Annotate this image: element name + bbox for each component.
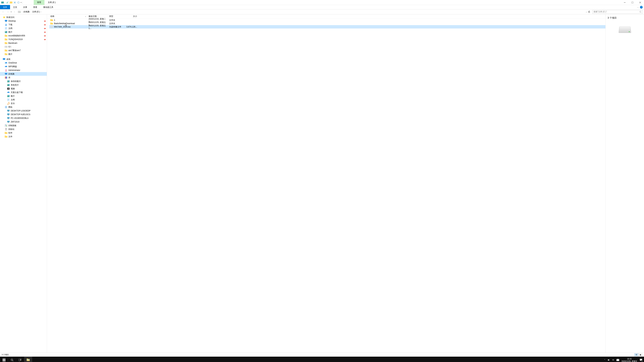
start-button[interactable] [0,357,8,362]
svg-rect-42 [7,110,10,111]
clock[interactable]: 16:32 2020/12/25, 星期五 [622,358,637,362]
header-type[interactable]: 类型 [108,15,125,18]
file-row[interactable]: Win7x64_2020.iso2020/12/25, 星期五 1...光盘映像… [49,25,606,28]
nav-item[interactable]: Bandicam [0,41,47,45]
close-button[interactable] [636,0,644,5]
svg-rect-27 [6,75,6,75]
nav-item[interactable]: OneDrive [0,61,47,65]
settings-icon[interactable] [17,1,20,4]
nav-item[interactable]: ZMT2019 [0,120,47,124]
search-button[interactable] [8,357,16,362]
ime-indicator[interactable]: 中 [612,359,614,361]
nav-item[interactable]: 天翼云盘下载 [0,90,47,94]
nav-item[interactable]: Administrator [0,68,47,72]
crumb-this-pc[interactable]: 此电脑 [23,10,30,13]
nav-item[interactable]: 网络 [0,105,47,109]
nav-item-label: 回收站 [8,128,14,131]
svg-rect-70 [21,359,21,360]
nav-item[interactable]: 库 [0,76,47,79]
view-icons-button[interactable]: ▦ [638,353,642,356]
header-name[interactable]: 名称▴ [49,15,88,18]
nav-desktop-section[interactable]: 桌面 [0,57,47,61]
nav-item[interactable]: 保存的图片 [0,79,47,83]
drive-icon [18,10,21,13]
tab-share[interactable]: 共享 [20,5,30,9]
forward-button[interactable]: → [6,10,10,14]
file-list: 名称▴ 修改日期 类型 大小 12020/12/15, 星期二 1...文件夹B… [47,14,606,353]
network-icon [5,106,8,108]
mail-icon[interactable] [616,359,619,361]
nav-item-label: Administrator [8,69,20,71]
svg-rect-55 [5,132,6,132]
nav-item[interactable]: 本机照片 [0,83,47,87]
task-view-button[interactable] [16,357,24,362]
nav-item[interactable]: G:\ [0,45,47,49]
address-dropdown-icon[interactable]: ⌄ [586,11,587,13]
nav-item[interactable]: 音乐 [0,102,47,105]
nav-item[interactable]: 文档 [0,98,47,102]
history-dropdown-icon[interactable]: ▾ [11,11,12,13]
tab-file[interactable]: 文件 [0,5,10,9]
view-details-button[interactable]: ☰ [634,353,638,356]
tab-view[interactable]: 查看 [30,5,40,9]
svg-rect-26 [5,73,7,74]
recycle-icon [5,128,8,131]
minimize-button[interactable] [621,0,628,5]
crumb-drive[interactable]: 文档 (E:) [32,10,41,13]
nav-item[interactable]: DESKTOP-NJEU3CG [0,113,47,116]
header-size[interactable]: 大小 [125,15,139,18]
nav-item[interactable]: WPS网盘 [0,65,47,68]
file-type: 光盘映像文件 [108,25,125,28]
nav-item[interactable]: 软件 [0,131,47,135]
volume-icon[interactable] [608,359,610,361]
file-rows[interactable]: 12020/12/15, 星期二 1...文件夹BaiduNetdiskDown… [47,18,606,28]
nav-item[interactable]: 图片📌 [0,30,47,34]
back-button[interactable]: ← [1,10,5,14]
tray-chevron-icon[interactable]: ˄ [604,359,605,361]
nav-item-label: PC-20190530OBLA [11,117,28,119]
qat-dropdown-icon[interactable]: ▾ [21,1,22,3]
help-icon[interactable]: ? [640,6,643,8]
properties-icon[interactable] [6,1,9,4]
new-folder-icon[interactable] [10,1,12,4]
maximize-button[interactable] [628,0,636,5]
nav-item[interactable]: 图片 [0,52,47,56]
ribbon-expand-icon[interactable]: ⌄ [637,6,639,8]
folder-icon [50,22,53,25]
action-center-icon[interactable]: 3 [640,359,642,361]
search-input[interactable]: 搜索"文档 (E:)" [592,10,643,14]
nav-item[interactable]: DESKTOP-LSSOEDP [0,109,47,113]
nav-item[interactable]: 文档📌 [0,26,47,30]
nav-item[interactable]: 回收站 [0,127,47,131]
nav-item[interactable]: 控制面板 [0,124,47,127]
nav-item[interactable]: 下载📌 [0,23,47,26]
explorer-taskbar-button[interactable] [24,357,32,362]
nav-quick-access[interactable]: ⭐ 快速访问 [0,15,47,19]
taskbar: ˄ 中 16:32 2020/12/25, 星期五 3 [0,357,644,362]
svg-rect-3 [632,2,633,3]
file-row[interactable]: BaiduNetdiskDownload2020/12/25, 星期五 1...… [49,22,606,25]
explorer-window: | ▾ | 管理 文档 (E:) 文件 主页 共享 查看 驱动器工具 ⌄ ? ← [0,0,644,357]
nav-item[interactable]: win7重装win7 [0,49,47,52]
drive-thumbnail-icon [618,26,631,33]
nav-pane[interactable]: ⭐ 快速访问 Desktop📌下载📌文档📌图片📌excel表格制作求和📌YUNQ… [0,14,47,353]
nav-item[interactable]: 文件 [0,135,47,138]
tab-drive-tools[interactable]: 驱动器工具 [40,5,56,9]
refresh-icon[interactable] [588,11,590,13]
breadcrumb[interactable]: › 此电脑 › 文档 (E:) › [17,10,585,14]
nav-item[interactable]: 图片 [0,94,47,98]
nav-item[interactable]: YUNQISHI2019📌 [0,37,47,41]
nav-item[interactable]: excel表格制作求和📌 [0,34,47,37]
contextual-tab[interactable]: 管理 [34,0,44,5]
folder-brand-icon [5,38,8,41]
tab-home[interactable]: 主页 [10,5,20,9]
header-date[interactable]: 修改日期 [88,15,108,18]
nav-item[interactable]: 视频 [0,87,47,90]
delete-icon[interactable] [13,1,16,4]
nav-item[interactable]: 此电脑 [0,72,47,76]
svg-rect-15 [5,38,6,39]
file-row[interactable]: 12020/12/15, 星期二 1...文件夹 [49,18,606,22]
nav-item[interactable]: Desktop📌 [0,19,47,23]
up-button[interactable]: ↑ [12,10,16,14]
nav-item[interactable]: PC-20190530OBLA [0,116,47,120]
